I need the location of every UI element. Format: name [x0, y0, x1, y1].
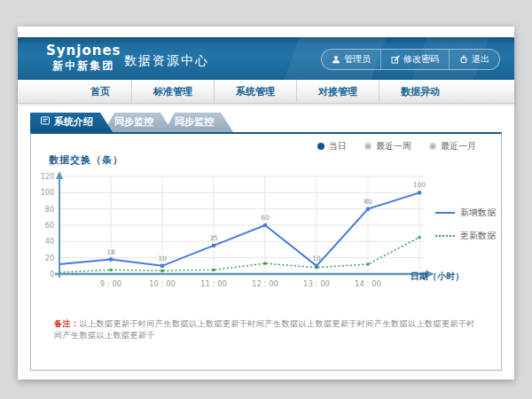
logout-button[interactable]: 退出	[449, 50, 499, 69]
change-password-button[interactable]: 修改密码	[380, 50, 449, 69]
footnote-label: 备注：	[54, 319, 80, 328]
line-chart: 0204060801001209 : 0010 : 0011 : 0012 : …	[33, 166, 446, 295]
main-nav: 首页标准管理系统管理对接管理数据异动	[18, 80, 514, 104]
legend-line-sample	[435, 212, 455, 214]
app-header: Synjones 新中新集团 数据资源中心 管理员修改密码退出	[18, 37, 514, 80]
svg-text:60: 60	[45, 222, 54, 230]
tab-1[interactable]: 同步监控	[104, 113, 173, 132]
y-axis-title: 数据交换（条）	[49, 153, 123, 167]
logo-text-en: Synjones	[46, 43, 121, 59]
tab-label: 同步监控	[114, 113, 153, 132]
nav-item-1[interactable]: 标准管理	[132, 80, 215, 103]
radio-icon	[429, 143, 436, 150]
nav-item-3[interactable]: 对接管理	[297, 80, 379, 103]
chart-legend: 新增数据更新数据	[435, 207, 496, 242]
svg-text:11 : 00: 11 : 00	[200, 279, 227, 288]
app-title: 数据资源中心	[124, 53, 209, 69]
user-button-label: 修改密码	[403, 53, 439, 66]
legend-line-sample	[435, 235, 455, 237]
svg-text:18: 18	[106, 248, 115, 256]
svg-text:100: 100	[41, 189, 54, 197]
logo: Synjones 新中新集团	[46, 43, 121, 72]
svg-text:0: 0	[50, 270, 54, 278]
legend-item-1: 更新数据	[435, 230, 496, 242]
svg-text:80: 80	[45, 206, 54, 214]
svg-text:9 : 00: 9 : 00	[100, 279, 122, 288]
user-button-label: 管理员	[344, 53, 371, 66]
radio-icon	[317, 143, 325, 150]
radio-label: 最近一周	[376, 140, 411, 153]
legend-label: 更新数据	[460, 230, 496, 242]
time-range-option-0[interactable]: 当日	[317, 140, 347, 153]
tab-bar: 系统介绍同步监控同步监控	[30, 113, 233, 132]
svg-text:80: 80	[364, 198, 372, 206]
radio-icon	[364, 143, 372, 150]
edit-icon	[391, 55, 400, 64]
logo-text-cn: 新中新集团	[46, 60, 121, 72]
tab-2[interactable]: 同步监控	[164, 113, 233, 132]
chart-panel: 当日最近一周最近一月 数据交换（条） 0204060801001209 : 00…	[30, 132, 502, 371]
svg-text:14 : 00: 14 : 00	[355, 279, 381, 288]
svg-text:10: 10	[158, 254, 167, 262]
legend-label: 新增数据	[460, 207, 496, 219]
app-window: Synjones 新中新集团 数据资源中心 管理员修改密码退出 首页标准管理系统…	[18, 27, 514, 379]
radio-label: 当日	[329, 140, 347, 153]
user-menu: 管理员修改密码退出	[321, 49, 500, 70]
nav-item-2[interactable]: 系统管理	[215, 80, 297, 103]
svg-text:20: 20	[45, 254, 54, 262]
admin-button[interactable]: 管理员	[322, 50, 380, 69]
time-range-group: 当日最近一周最近一月	[317, 140, 476, 153]
svg-text:40: 40	[45, 238, 54, 246]
tab-label: 系统介绍	[54, 113, 93, 132]
nav-item-0[interactable]: 首页	[69, 80, 132, 103]
svg-text:100: 100	[413, 181, 426, 189]
tab-label: 同步监控	[175, 113, 214, 132]
power-icon	[459, 55, 468, 64]
nav-item-4[interactable]: 数据异动	[379, 80, 461, 103]
svg-text:120: 120	[41, 173, 54, 181]
svg-text:10 : 00: 10 : 00	[149, 279, 176, 288]
time-range-option-1[interactable]: 最近一周	[364, 140, 411, 153]
svg-text:12 : 00: 12 : 00	[252, 279, 278, 288]
tab-0[interactable]: 系统介绍	[30, 113, 113, 132]
footnote-text: 以上数据更新于时间产生数据以上数据更新于时间产生数据以上数据更新于时间产生数据以…	[54, 319, 475, 340]
radio-label: 最近一月	[441, 140, 476, 153]
legend-item-0: 新增数据	[435, 207, 496, 219]
footnote: 备注：以上数据更新于时间产生数据以上数据更新于时间产生数据以上数据更新于时间产生…	[54, 318, 480, 341]
form-icon	[41, 113, 50, 132]
user-icon	[332, 55, 340, 64]
x-axis-title: 日期（小时）	[411, 270, 464, 283]
svg-text:10: 10	[312, 254, 321, 262]
svg-text:13 : 00: 13 : 00	[303, 279, 330, 288]
svg-text:60: 60	[261, 214, 270, 222]
time-range-option-2[interactable]: 最近一月	[429, 140, 476, 153]
user-button-label: 退出	[472, 53, 489, 66]
svg-text:35: 35	[209, 234, 218, 242]
